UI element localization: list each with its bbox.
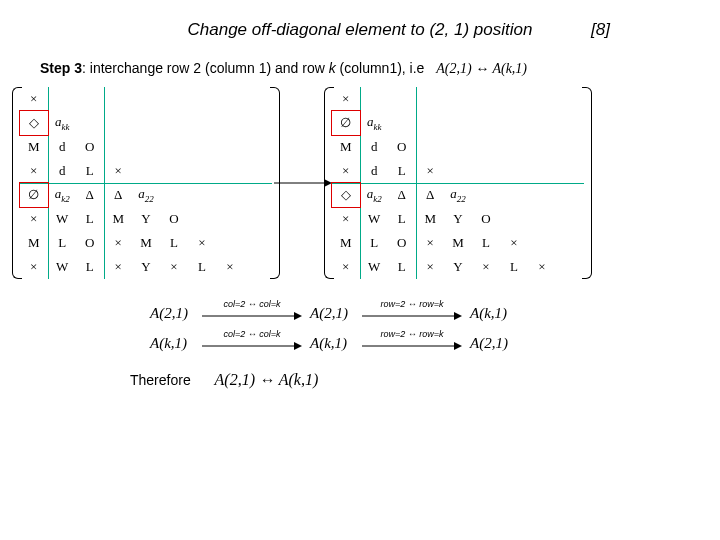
matrix-cell: ×	[416, 255, 444, 279]
matrix-table: × ∅akk MdO ×dL× ◇ak2ΔΔa22 ×WLMYO MLO×ML×…	[332, 87, 584, 279]
derivation-row: A(k,1) col=2 ↔ col=k A(k,1) row=2 ↔ row=…	[150, 329, 570, 359]
slide-page: Change off-diagonal element to (2, 1) po…	[0, 0, 720, 540]
matrix-cell: L	[160, 231, 188, 255]
deriv-arrow: col=2 ↔ col=k	[202, 339, 302, 356]
matrix-cell: ×	[20, 159, 48, 183]
title-row: Change off-diagonal element to (2, 1) po…	[10, 20, 710, 40]
matrix-cell-highlight: ∅	[20, 183, 48, 207]
matrix-cell: ×	[332, 255, 360, 279]
matrices-row: × ◇akk MdO ×dL× ∅ak2ΔΔa22 ×WLMYO MLO×ML×…	[20, 87, 700, 279]
matrix-cell: ×	[160, 255, 188, 279]
matrix-cell: M	[132, 231, 160, 255]
matrix-cell: ×	[20, 255, 48, 279]
matrix-cell: M	[20, 231, 48, 255]
transform-arrow	[272, 176, 332, 190]
matrix-cell: L	[472, 231, 500, 255]
step-text-post: (column1), i.e	[336, 60, 425, 76]
matrix-cell: ×	[332, 159, 360, 183]
matrix-cell: ×	[104, 255, 132, 279]
arrow-right-icon	[202, 339, 302, 353]
deriv-node: A(2,1)	[470, 335, 508, 352]
matrix-table: × ◇akk MdO ×dL× ∅ak2ΔΔa22 ×WLMYO MLO×ML×…	[20, 87, 272, 279]
matrix-cell: ×	[332, 207, 360, 231]
deriv-arrow: col=2 ↔ col=k	[202, 309, 302, 326]
matrix-cell-highlight: ◇	[20, 111, 48, 135]
matrix-cell: ×	[416, 231, 444, 255]
matrix-cell: ×	[20, 207, 48, 231]
svg-marker-5	[454, 312, 462, 320]
arrow-right-icon	[362, 309, 462, 323]
matrix-cell: ×	[332, 87, 360, 111]
matrix-cell: L	[388, 159, 416, 183]
matrix-cell: L	[76, 159, 104, 183]
matrix-cell: ×	[188, 231, 216, 255]
matrix-cell: ×	[528, 255, 556, 279]
matrix-cell: W	[48, 207, 76, 231]
matrix-cell: O	[76, 231, 104, 255]
matrix-left-wrap: × ◇akk MdO ×dL× ∅ak2ΔΔa22 ×WLMYO MLO×ML×…	[20, 87, 272, 279]
matrix-cell: O	[388, 231, 416, 255]
matrix-cell: ×	[20, 87, 48, 111]
matrix-cell: akk	[360, 111, 388, 135]
matrix-cell: L	[48, 231, 76, 255]
matrix-cell: ×	[104, 231, 132, 255]
matrix-cell: Y	[132, 207, 160, 231]
matrix-cell: d	[48, 135, 76, 159]
slide-title: Change off-diagonal element to (2, 1) po…	[188, 20, 533, 39]
slide-number: [8]	[591, 20, 610, 40]
matrix-left: × ◇akk MdO ×dL× ∅ak2ΔΔa22 ×WLMYO MLO×ML×…	[20, 87, 272, 279]
matrix-cell: ak2	[48, 183, 76, 207]
matrix-cell: L	[76, 207, 104, 231]
matrix-cell: M	[416, 207, 444, 231]
matrix-cell-highlight: ◇	[332, 183, 360, 207]
matrix-cell: L	[388, 255, 416, 279]
matrix-cell: M	[104, 207, 132, 231]
svg-marker-9	[454, 342, 462, 350]
matrix-cell: L	[76, 255, 104, 279]
therefore-line: Therefore A(2,1) ↔ A(k,1)	[130, 371, 710, 389]
matrix-cell: L	[500, 255, 528, 279]
step-description: Step 3: interchange row 2 (column 1) and…	[40, 60, 710, 77]
arrow-right-icon	[202, 309, 302, 323]
matrix-cell: M	[332, 135, 360, 159]
deriv-node: A(2,1)	[310, 305, 348, 322]
matrix-cell: L	[188, 255, 216, 279]
matrix-cell: O	[160, 207, 188, 231]
matrix-cell: L	[360, 231, 388, 255]
deriv-arrow: row=2 ↔ row=k	[362, 339, 462, 356]
matrix-cell: a22	[132, 183, 160, 207]
matrix-cell: W	[360, 207, 388, 231]
matrix-cell: W	[48, 255, 76, 279]
matrix-cell: d	[360, 135, 388, 159]
deriv-arrow-label: row=2 ↔ row=k	[362, 329, 462, 339]
deriv-node: A(k,1)	[150, 335, 187, 352]
matrix-cell: M	[332, 231, 360, 255]
matrix-cell: L	[388, 207, 416, 231]
matrix-cell: ×	[416, 159, 444, 183]
deriv-node: A(k,1)	[310, 335, 347, 352]
matrix-cell: M	[20, 135, 48, 159]
matrix-cell: O	[388, 135, 416, 159]
deriv-arrow: row=2 ↔ row=k	[362, 309, 462, 326]
derivation-row: A(2,1) col=2 ↔ col=k A(2,1) row=2 ↔ row=…	[150, 299, 570, 329]
therefore-equation: A(2,1) ↔ A(k,1)	[215, 371, 319, 388]
matrix-cell: akk	[48, 111, 76, 135]
matrix-cell: ×	[500, 231, 528, 255]
deriv-arrow-label: col=2 ↔ col=k	[202, 299, 302, 309]
matrix-cell: O	[472, 207, 500, 231]
step-text-pre: : interchange row 2 (column 1) and row	[82, 60, 329, 76]
deriv-node: A(2,1)	[150, 305, 188, 322]
matrix-cell: Δ	[416, 183, 444, 207]
matrix-cell: d	[48, 159, 76, 183]
arrow-right-icon	[272, 176, 332, 190]
derivation-block: A(2,1) col=2 ↔ col=k A(2,1) row=2 ↔ row=…	[150, 299, 570, 359]
matrix-cell: ak2	[360, 183, 388, 207]
matrix-cell: Δ	[104, 183, 132, 207]
matrix-cell: ×	[216, 255, 244, 279]
deriv-arrow-label: row=2 ↔ row=k	[362, 299, 462, 309]
matrix-cell: ×	[472, 255, 500, 279]
deriv-node: A(k,1)	[470, 305, 507, 322]
matrix-cell: M	[444, 231, 472, 255]
matrix-cell: Y	[444, 255, 472, 279]
deriv-arrow-label: col=2 ↔ col=k	[202, 329, 302, 339]
